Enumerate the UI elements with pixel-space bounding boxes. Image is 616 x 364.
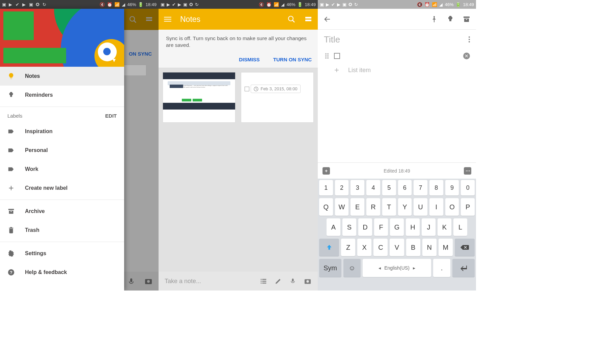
drawer-label: Notes xyxy=(25,73,40,79)
key-e[interactable]: E xyxy=(351,198,364,216)
archive-icon[interactable] xyxy=(463,15,471,23)
back-icon[interactable] xyxy=(323,15,331,23)
screenshot-drawer: ▣▶✔▶▣✪↻ 🔇⏰📶◢ 46%🔋 18:49 our ON SYNC 45 L… xyxy=(0,0,159,291)
key-k[interactable]: K xyxy=(438,218,451,236)
key-0[interactable]: 0 xyxy=(461,180,475,195)
key-s[interactable]: S xyxy=(342,218,356,236)
key-g[interactable]: G xyxy=(390,218,404,236)
key-space[interactable]: ◂English(US)▸ xyxy=(363,259,431,277)
key-shift[interactable] xyxy=(319,239,339,256)
svg-rect-20 xyxy=(262,281,266,282)
label-inspiration[interactable]: Inspiration xyxy=(0,122,124,141)
drawer-header[interactable]: ▼ xyxy=(0,9,124,67)
view-toggle-icon[interactable] xyxy=(304,15,312,23)
add-item-button[interactable]: List item xyxy=(324,63,470,78)
drawer-label: Reminders xyxy=(25,92,53,98)
key-m[interactable]: M xyxy=(439,239,453,256)
key-u[interactable]: U xyxy=(414,198,427,216)
drawer-item-help[interactable]: ? Help & feedback xyxy=(0,263,124,282)
key-5[interactable]: 5 xyxy=(382,180,396,195)
key-period[interactable]: . xyxy=(433,259,450,277)
key-l[interactable]: L xyxy=(453,218,467,236)
create-label[interactable]: Create new label xyxy=(0,179,124,198)
drawer-item-archive[interactable]: Archive xyxy=(0,202,124,221)
gear-icon xyxy=(7,250,15,257)
remove-item-icon[interactable]: ✕ xyxy=(463,53,470,59)
key-7[interactable]: 7 xyxy=(414,180,427,195)
key-r[interactable]: R xyxy=(366,198,380,216)
key-x[interactable]: X xyxy=(357,239,371,256)
key-b[interactable]: B xyxy=(406,239,420,256)
key-h[interactable]: H xyxy=(406,218,420,236)
drawer-label: Create new label xyxy=(25,185,67,191)
key-backspace[interactable] xyxy=(455,239,475,256)
dismiss-button[interactable]: DISMISS xyxy=(239,57,260,62)
lightbulb-icon xyxy=(7,72,15,80)
label-work[interactable]: Work xyxy=(0,160,124,179)
key-w[interactable]: W xyxy=(335,198,349,216)
key-9[interactable]: 9 xyxy=(445,180,459,195)
key-q[interactable]: Q xyxy=(319,198,333,216)
key-6[interactable]: 6 xyxy=(398,180,412,195)
key-n[interactable]: N xyxy=(422,239,437,256)
camera-icon[interactable] xyxy=(304,277,312,285)
take-note-input[interactable]: Take a note... xyxy=(165,278,252,285)
key-t[interactable]: T xyxy=(382,198,396,216)
checkbox[interactable] xyxy=(334,53,340,59)
svg-point-24 xyxy=(306,280,309,282)
drawer-item-trash[interactable]: Trash xyxy=(0,221,124,240)
key-3[interactable]: 3 xyxy=(351,180,364,195)
drawer-label: Personal xyxy=(25,147,48,153)
key-z[interactable]: Z xyxy=(341,239,355,256)
key-4[interactable]: 4 xyxy=(366,180,380,195)
bottom-bar: Take a note... xyxy=(159,272,318,291)
status-bar: ▣▶✔▶▣✪↻ 🔇⏰📶◢ 46%🔋 18:49 xyxy=(0,0,159,9)
key-p[interactable]: P xyxy=(461,198,475,216)
app-title: Notes xyxy=(180,15,200,24)
key-emoji[interactable]: ☺ xyxy=(343,259,361,277)
svg-rect-14 xyxy=(305,20,311,21)
note-card-1[interactable]: Create Request — text preview lines desc… xyxy=(163,72,235,123)
key-enter[interactable] xyxy=(452,259,475,277)
turn-on-sync-button[interactable]: TURN ON SYNC xyxy=(273,57,312,62)
trash-icon xyxy=(7,226,15,234)
key-f[interactable]: F xyxy=(374,218,388,236)
mic-icon[interactable] xyxy=(289,277,296,285)
key-a[interactable]: A xyxy=(327,218,340,236)
key-2[interactable]: 2 xyxy=(335,180,349,195)
reminder-chip: Feb 3, 2015, 08:00 xyxy=(251,85,300,93)
pin-icon[interactable] xyxy=(430,15,438,23)
list-icon[interactable] xyxy=(260,277,267,285)
label-personal[interactable]: Personal xyxy=(0,141,124,160)
draw-icon[interactable] xyxy=(275,277,282,285)
search-icon[interactable] xyxy=(287,15,296,23)
account-dropdown-icon[interactable]: ▼ xyxy=(111,57,117,63)
drawer-label: Settings xyxy=(25,250,46,256)
key-i[interactable]: I xyxy=(429,198,443,216)
menu-button[interactable] xyxy=(164,16,171,23)
checkbox-icon xyxy=(245,87,249,91)
note-card-2[interactable]: Feb 3, 2015, 08:00 xyxy=(241,72,314,123)
drawer-item-notes[interactable]: Notes xyxy=(0,67,124,86)
drag-handle-icon[interactable] xyxy=(325,53,329,59)
key-sym[interactable]: Sym xyxy=(319,259,341,277)
title-input[interactable]: Title xyxy=(324,34,340,45)
drawer-item-reminders[interactable]: Reminders xyxy=(0,86,124,104)
more-box-icon[interactable]: ⋯ xyxy=(464,167,471,175)
key-d[interactable]: D xyxy=(358,218,372,236)
key-v[interactable]: V xyxy=(390,239,404,256)
svg-rect-21 xyxy=(262,283,266,284)
more-icon[interactable] xyxy=(469,36,470,42)
reminder-icon[interactable] xyxy=(446,15,454,23)
key-c[interactable]: C xyxy=(373,239,388,256)
key-y[interactable]: Y xyxy=(398,198,412,216)
key-1[interactable]: 1 xyxy=(319,180,333,195)
key-o[interactable]: O xyxy=(445,198,459,216)
key-8[interactable]: 8 xyxy=(429,180,443,195)
add-box-icon[interactable]: + xyxy=(323,167,330,175)
drawer-item-settings[interactable]: Settings xyxy=(0,244,124,263)
app-bar: Notes xyxy=(159,9,318,30)
list-item-row[interactable]: ✕ xyxy=(324,49,470,63)
key-j[interactable]: J xyxy=(422,218,436,236)
edit-labels-button[interactable]: EDIT xyxy=(105,113,117,119)
